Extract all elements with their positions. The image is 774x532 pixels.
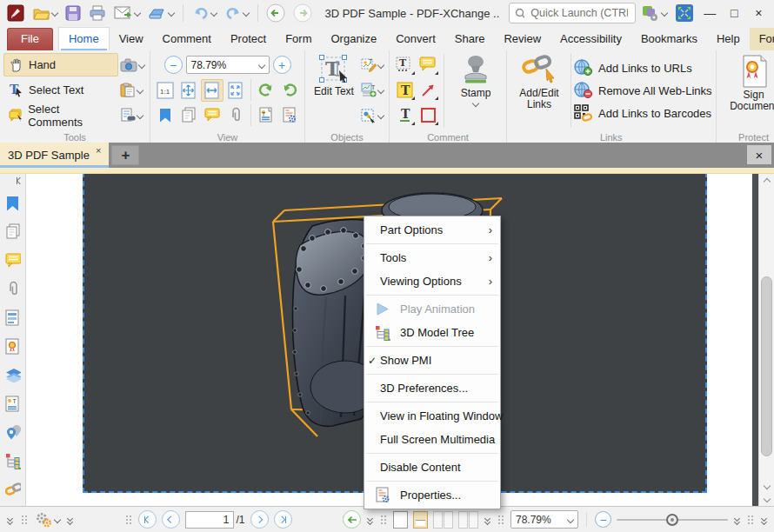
underline-text-tool-button[interactable]: T — [393, 103, 416, 126]
minimize-button[interactable]: — — [699, 2, 721, 24]
content-pane-button[interactable]: T — [255, 104, 277, 127]
tab-accessibility[interactable]: Accessibility — [550, 28, 631, 50]
save-button[interactable] — [63, 3, 83, 23]
menu-item-part-options[interactable]: Part Options › — [364, 218, 500, 242]
links-pane-icon[interactable] — [5, 482, 21, 496]
overflow-chevron[interactable] — [66, 516, 74, 523]
previous-page-button[interactable] — [162, 510, 180, 529]
layers-pane-icon[interactable] — [5, 368, 21, 383]
scroll-up-arrow[interactable] — [759, 175, 774, 189]
add-links-to-urls-button[interactable]: Add Links to URLs — [574, 57, 712, 79]
previous-view-button[interactable] — [343, 510, 361, 529]
history-forward-button[interactable] — [290, 3, 315, 23]
snapshot-button[interactable] — [118, 57, 146, 73]
page-number-field[interactable]: 1 — [185, 511, 234, 529]
add-edit-links-button[interactable]: Add/Edit Links — [510, 52, 568, 114]
fit-width-button[interactable] — [201, 79, 224, 102]
menu-item-full-screen-multimedia[interactable]: Full Screen Multimedia — [364, 428, 500, 451]
status-zoom-combobox[interactable]: 78.79% — [510, 510, 578, 529]
comments-pane-button[interactable] — [201, 104, 224, 127]
toolbar-grip[interactable] — [20, 514, 29, 525]
thumbnails-pane-button[interactable] — [177, 104, 200, 127]
first-page-button[interactable] — [138, 510, 157, 529]
tab-help[interactable]: Help — [707, 28, 750, 50]
menu-item-properties[interactable]: Properties... — [364, 483, 500, 507]
edit-text-button[interactable]: T Edit Text — [309, 52, 359, 100]
open-button[interactable] — [30, 3, 60, 23]
next-page-button[interactable] — [250, 510, 269, 529]
signatures-pane-icon[interactable] — [5, 339, 21, 355]
typewriter-tool-button[interactable]: T — [393, 53, 416, 76]
add-objects-button[interactable]: T — [359, 82, 385, 98]
menu-item-show-pmi[interactable]: ✓ Show PMI — [364, 349, 500, 372]
actual-size-button[interactable]: 1:1 — [154, 79, 177, 102]
select-comments-button[interactable]: Select Comments — [3, 103, 118, 127]
3d-model-tree-pane-icon[interactable] — [5, 454, 21, 469]
tab-form[interactable]: Form — [276, 28, 321, 50]
scan-button[interactable] — [145, 3, 177, 23]
redo-button[interactable] — [222, 3, 251, 23]
menu-item-3d-model-tree[interactable]: 3D Model Tree — [364, 321, 500, 344]
menu-item-disable-content[interactable]: Disable Content — [364, 456, 500, 479]
scroll-down-arrow[interactable] — [759, 479, 774, 493]
rotate-cw-button[interactable] — [278, 79, 301, 102]
add-links-to-barcodes-button[interactable]: Add Links to Barcodes — [574, 102, 712, 124]
two-page-cover-layout-button[interactable] — [458, 511, 478, 529]
search-input[interactable] — [529, 6, 629, 20]
new-tab-button[interactable]: + — [111, 145, 139, 165]
paste-button[interactable] — [118, 82, 144, 98]
tab-close-icon[interactable]: × — [96, 145, 101, 156]
fullscreen-button[interactable] — [672, 3, 697, 23]
arrow-tool-button[interactable] — [417, 78, 439, 101]
close-document-button[interactable]: × — [747, 145, 771, 164]
menu-item-viewing-options[interactable]: Viewing Options › — [364, 269, 500, 293]
toolbar-grip[interactable] — [124, 514, 133, 525]
tab-convert[interactable]: Convert — [386, 28, 445, 50]
status-options-button[interactable] — [35, 512, 60, 528]
stamp-button[interactable]: Stamp — [449, 52, 503, 109]
overflow-chevron[interactable] — [6, 516, 14, 523]
maximize-button[interactable]: □ — [724, 2, 745, 24]
toolbar-grip[interactable] — [379, 514, 388, 525]
rectangle-tool-button[interactable] — [417, 103, 439, 126]
find-button[interactable] — [118, 107, 144, 123]
last-page-button[interactable] — [274, 510, 292, 529]
menu-item-view-in-floating-window[interactable]: View in Floating Window — [364, 404, 500, 428]
quick-launch-search[interactable] — [509, 3, 635, 23]
status-zoom-out-button[interactable]: − — [595, 511, 611, 528]
select-objects-button[interactable] — [359, 108, 385, 124]
print-button[interactable] — [86, 3, 109, 23]
menu-item-3d-preferences[interactable]: 3D Preferences... — [364, 376, 500, 400]
hand-tool-button[interactable]: Hand — [3, 53, 118, 76]
tab-organize[interactable]: Organize — [321, 28, 386, 50]
rotate-ccw-button[interactable] — [255, 79, 277, 102]
zoom-out-button[interactable]: − — [164, 56, 183, 74]
sign-document-button[interactable]: Sign Document — [720, 52, 774, 116]
select-text-button[interactable]: T Select Text — [3, 78, 118, 102]
edit-objects-button[interactable]: T — [359, 57, 385, 73]
email-button[interactable] — [111, 3, 143, 23]
attachments-pane-button[interactable] — [224, 104, 247, 127]
document-tab-active[interactable]: 3D PDF Sample × — [0, 143, 109, 168]
bookmarks-pane-button[interactable] — [154, 104, 177, 127]
tab-share[interactable]: Share — [445, 28, 495, 50]
zoom-slider[interactable] — [617, 514, 728, 526]
tab-protect[interactable]: Protect — [221, 28, 276, 50]
destinations-pane-icon[interactable] — [5, 425, 21, 441]
zoom-in-button[interactable]: + — [273, 56, 291, 74]
vertical-scrollbar[interactable] — [758, 174, 774, 507]
tab-format[interactable]: Format — [750, 28, 774, 50]
tab-home[interactable]: Home — [58, 27, 110, 51]
menu-item-tools[interactable]: Tools › — [364, 246, 500, 269]
fit-visible-button[interactable] — [177, 79, 200, 102]
highlight-text-tool-button[interactable]: T — [393, 78, 416, 101]
tab-comment[interactable]: Comment — [153, 28, 221, 50]
toolbar-grip[interactable] — [746, 514, 755, 525]
history-back-button[interactable] — [264, 3, 288, 23]
remove-all-web-links-button[interactable]: Remove All Web-Links — [574, 79, 712, 102]
comments-pane-icon[interactable] — [5, 253, 21, 269]
tab-file[interactable]: File — [7, 28, 53, 50]
overflow-chevron[interactable] — [484, 516, 491, 523]
overflow-chevron[interactable] — [760, 516, 768, 523]
undo-button[interactable] — [190, 3, 219, 23]
